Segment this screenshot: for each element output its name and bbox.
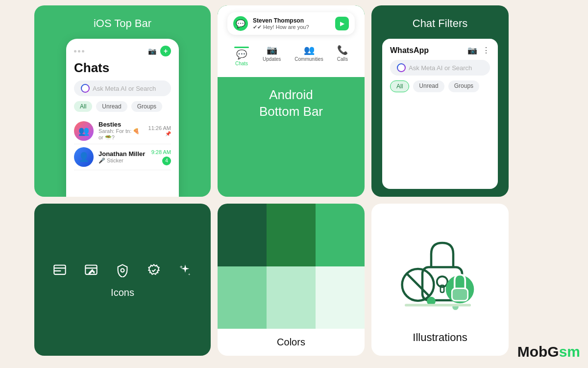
search-placeholder: Ask Meta AI or Search — [93, 85, 156, 92]
nav-calls-label: Calls — [337, 56, 348, 62]
chat-preview-besties: Sarah: For tn: 🍕or 🥗? — [98, 128, 144, 141]
whatsapp-logo: 💬 — [233, 16, 248, 31]
more-options-icon[interactable]: ⋮ — [482, 46, 490, 55]
chat-meta-jonathan: 9:28 AM 4 — [151, 149, 171, 165]
icon-verified — [145, 262, 163, 279]
icon-edit-chat — [82, 262, 100, 279]
add-button[interactable]: + — [160, 46, 171, 56]
chats-title: Chats — [74, 60, 171, 76]
filter-all[interactable]: All — [74, 101, 92, 112]
ios-top-bar-card: iOS Top Bar 📷 + Chats Ask Met — [34, 5, 211, 197]
swatch-dark1 — [218, 204, 267, 266]
search-bar[interactable]: Ask Meta AI or Search — [74, 80, 171, 96]
filter-unread[interactable]: Unread — [96, 101, 127, 112]
icons-row — [51, 262, 194, 279]
nav-indicator — [234, 47, 249, 48]
ios-card-title: iOS Top Bar — [94, 17, 151, 30]
dot3 — [82, 50, 84, 53]
android-card-title: AndroidBottom Bar — [249, 77, 333, 130]
camera-icon[interactable]: 📷 — [148, 47, 156, 55]
meta-ai-icon-filters — [397, 63, 406, 72]
nav-updates-icon: 📷 — [267, 45, 277, 55]
phone-dots — [74, 50, 84, 53]
filters-search[interactable]: Ask Meta AI or Search — [390, 60, 490, 76]
nav-updates[interactable]: 📷 Updates — [263, 45, 281, 66]
colors-label: Colors — [218, 329, 365, 356]
svg-rect-15 — [405, 304, 471, 306]
filter-tabs: All Unread Groups — [390, 80, 490, 92]
nav-communities-label: Communities — [294, 56, 323, 62]
svg-line-12 — [407, 273, 430, 296]
ftab-groups[interactable]: Groups — [448, 80, 479, 92]
swatch-lightest — [316, 266, 365, 329]
nav-calls-icon: 📞 — [337, 45, 348, 55]
chat-name-besties: Besties — [98, 121, 144, 128]
icons-label: Icons — [111, 287, 134, 298]
filter-pills: All Unread Groups — [74, 101, 171, 112]
ftab-unread[interactable]: Unread — [413, 80, 444, 92]
dot2 — [78, 50, 80, 53]
notif-text: Steven Thompson ✔✔ Hey! How are you? — [253, 17, 330, 30]
illustration-area — [391, 215, 489, 323]
svg-rect-10 — [452, 289, 467, 301]
avatar-besties: 👥 — [74, 121, 94, 141]
colors-swatches — [218, 204, 365, 329]
chat-item-besties[interactable]: 👥 Besties Sarah: For tn: 🍕or 🥗? 11:26 AM… — [74, 118, 171, 144]
notif-name: Steven Thompson — [253, 17, 330, 24]
avatar-jonathan: 👤 — [74, 147, 94, 167]
nav-calls[interactable]: 📞 Calls — [337, 45, 348, 66]
svg-point-5 — [121, 268, 124, 272]
android-phone-top: 💬 Steven Thompson ✔✔ Hey! How are you? ▶… — [218, 5, 365, 77]
svg-rect-3 — [85, 265, 97, 274]
ftab-all[interactable]: All — [390, 80, 409, 92]
dot1 — [74, 50, 76, 53]
filter-groups[interactable]: Groups — [131, 101, 162, 112]
nav-communities-icon: 👥 — [304, 45, 315, 55]
android-nav-bar: 💬 Chats 📷 Updates 👥 Communities 📞 Calls — [227, 41, 355, 68]
illustrations-title: Illustrations — [413, 331, 467, 344]
ios-phone-mockup: 📷 + Chats Ask Meta AI or Search All Unre… — [66, 39, 179, 197]
camera-icon-filters[interactable]: 📷 — [467, 46, 477, 55]
chat-preview-jonathan: 🎤 Sticker — [98, 158, 147, 164]
nav-chats-icon: 💬 — [236, 49, 247, 60]
notif-msg: ✔✔ Hey! How are you? — [253, 24, 330, 30]
unread-badge: 4 — [162, 157, 171, 165]
nav-updates-label: Updates — [263, 56, 281, 62]
filters-icons: 📷 ⋮ — [467, 46, 490, 55]
filters-title: Chat Filters — [382, 17, 498, 30]
chat-time-jonathan: 9:28 AM — [151, 149, 171, 155]
swatch-medium — [316, 204, 365, 266]
meta-ai-icon — [81, 84, 90, 93]
filters-topbar: WhatsApp 📷 ⋮ — [390, 46, 490, 55]
svg-rect-0 — [54, 265, 65, 274]
phone-top-bar: 📷 + — [74, 46, 171, 56]
icons-card: Icons — [34, 204, 211, 356]
chat-time-besties: 11:26 AM — [148, 125, 171, 131]
illustrations-card: Illustrations — [371, 204, 509, 356]
filters-phone: WhatsApp 📷 ⋮ Ask Meta AI or Search All U… — [382, 39, 498, 189]
chat-info-jonathan: Jonathan Miller 🎤 Sticker — [98, 150, 147, 164]
notif-reply-btn[interactable]: ▶ — [335, 17, 349, 30]
swatch-light2 — [267, 266, 316, 329]
chat-filters-card: Chat Filters WhatsApp 📷 ⋮ Ask Meta AI or… — [371, 5, 509, 197]
icon-chat — [51, 262, 69, 279]
phone-right-icons: 📷 + — [148, 46, 171, 56]
android-notification: 💬 Steven Thompson ✔✔ Hey! How are you? ▶ — [227, 12, 355, 35]
nav-chats[interactable]: 💬 Chats — [234, 45, 249, 66]
chat-item-jonathan[interactable]: 👤 Jonathan Miller 🎤 Sticker 9:28 AM 4 — [74, 144, 171, 170]
watermark-highlight: sm — [559, 343, 580, 360]
swatch-light1 — [218, 266, 267, 329]
illustration-svg — [391, 225, 489, 314]
pin-icon: 📌 — [148, 131, 171, 136]
watermark: MobGsm — [517, 343, 580, 360]
colors-card: Colors — [218, 204, 365, 356]
chat-name-jonathan: Jonathan Miller — [98, 150, 147, 158]
filters-search-placeholder: Ask Meta AI or Search — [409, 64, 472, 72]
chat-meta-besties: 11:26 AM 📌 — [148, 125, 171, 136]
whatsapp-brand: WhatsApp — [390, 46, 429, 55]
android-bottom-bar-card: 💬 Steven Thompson ✔✔ Hey! How are you? ▶… — [218, 5, 365, 197]
nav-chats-label: Chats — [235, 61, 248, 66]
swatch-dark2 — [267, 204, 316, 266]
icon-sparkle — [176, 262, 194, 279]
nav-communities[interactable]: 👥 Communities — [294, 45, 323, 66]
